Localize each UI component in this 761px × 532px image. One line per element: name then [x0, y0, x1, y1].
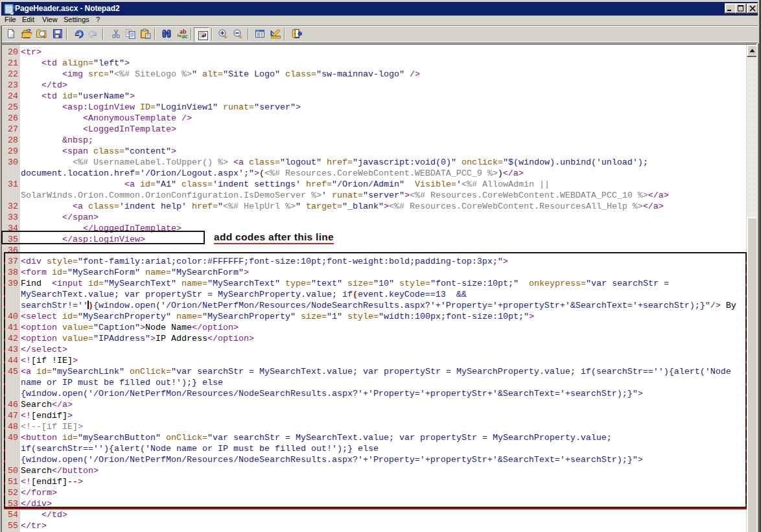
svg-text:ac: ac: [181, 32, 188, 39]
